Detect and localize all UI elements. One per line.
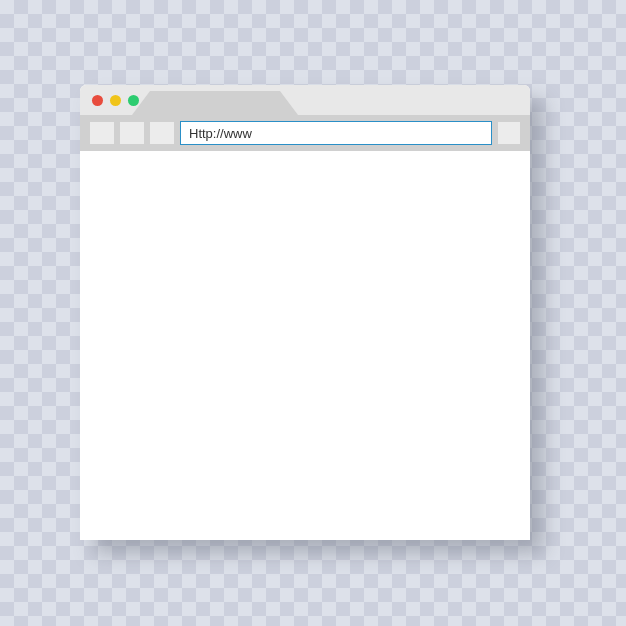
browser-tab[interactable]	[150, 91, 280, 115]
menu-button[interactable]	[498, 122, 520, 144]
close-icon[interactable]	[92, 95, 103, 106]
forward-button[interactable]	[120, 122, 144, 144]
browser-window: Http://www	[80, 85, 530, 540]
address-bar-input[interactable]: Http://www	[180, 121, 492, 145]
minimize-icon[interactable]	[110, 95, 121, 106]
address-bar-text: Http://www	[189, 126, 252, 141]
toolbar: Http://www	[80, 115, 530, 151]
back-button[interactable]	[90, 122, 114, 144]
content-area	[80, 151, 530, 540]
title-bar	[80, 85, 530, 115]
reload-button[interactable]	[150, 122, 174, 144]
